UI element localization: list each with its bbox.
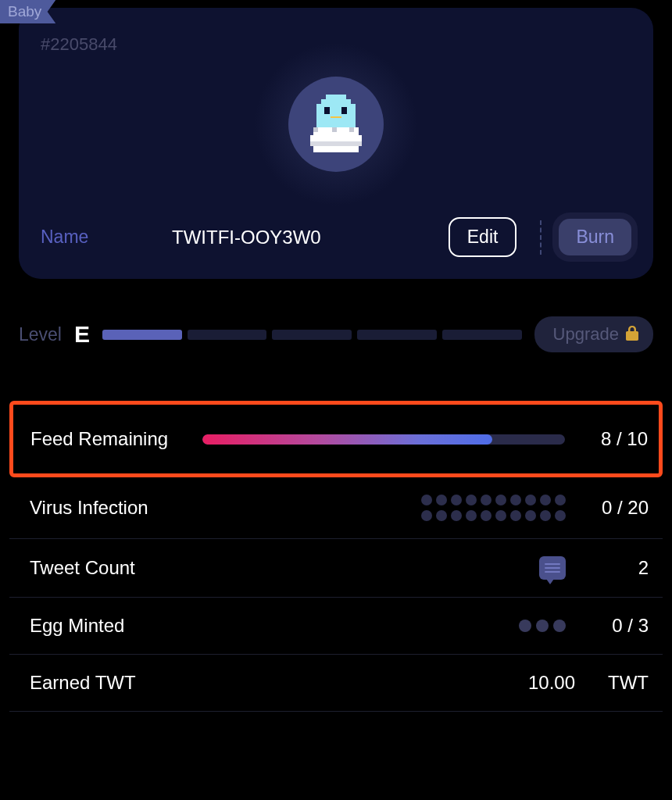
stat-value: 0 / 3 (572, 615, 649, 637)
name-value: TWITFI-OOY3W0 (172, 227, 434, 248)
svg-rect-12 (349, 127, 354, 132)
stat-value: 2 (572, 557, 649, 579)
level-label: Level (19, 324, 62, 345)
svg-rect-11 (332, 127, 337, 132)
level-segment (357, 330, 437, 340)
stat-unit: TWT (594, 672, 649, 694)
stat-value: 8 / 10 (571, 428, 648, 450)
level-segment (102, 330, 182, 340)
upgrade-button[interactable]: Upgrade (534, 316, 653, 352)
stats-list: Feed Remaining 8 / 10 Virus Infection 0 … (9, 401, 663, 712)
svg-rect-10 (313, 127, 318, 132)
stat-value: 10.00 (499, 672, 575, 694)
level-segment (442, 330, 522, 340)
level-progress (102, 330, 522, 340)
character-card: #2205844 (19, 8, 653, 279)
stat-earned-twt: Earned TWT 10.00 TWT (9, 655, 663, 712)
svg-rect-13 (310, 141, 362, 146)
svg-rect-6 (316, 118, 356, 127)
svg-rect-3 (324, 107, 330, 114)
svg-rect-2 (316, 104, 356, 118)
stat-egg-minted: Egg Minted 0 / 3 (9, 598, 663, 655)
avatar-container (41, 42, 631, 206)
level-letter: E (74, 321, 90, 348)
svg-rect-1 (321, 99, 351, 104)
virus-dots (421, 495, 566, 521)
stat-tweet-count: Tweet Count 2 (9, 539, 663, 598)
stat-label: Egg Minted (30, 615, 202, 637)
upgrade-label: Upgrade (553, 324, 619, 345)
stat-label: Earned TWT (30, 672, 202, 694)
level-segment (188, 330, 267, 340)
stat-label: Feed Remaining (30, 428, 202, 450)
bird-avatar-icon (309, 95, 363, 154)
burn-button[interactable]: Burn (559, 219, 631, 255)
svg-rect-9 (313, 146, 359, 152)
level-row: Level E Upgrade (19, 316, 653, 352)
stat-label: Tweet Count (30, 557, 202, 579)
lock-icon (625, 325, 639, 345)
feed-fill (202, 434, 492, 445)
svg-rect-4 (341, 107, 347, 114)
level-segment (272, 330, 352, 340)
svg-rect-0 (326, 95, 346, 99)
egg-dots (519, 620, 566, 632)
stat-virus-infection: Virus Infection 0 / 20 (9, 477, 663, 539)
chat-icon (539, 556, 566, 580)
name-label: Name (41, 227, 158, 248)
feed-bar (202, 434, 565, 445)
stage-ribbon: Baby (0, 0, 55, 23)
stat-feed-remaining: Feed Remaining 8 / 10 (9, 401, 663, 477)
divider (540, 220, 542, 255)
edit-button[interactable]: Edit (449, 217, 517, 257)
stat-value: 0 / 20 (572, 497, 649, 519)
stat-label: Virus Infection (30, 497, 202, 519)
